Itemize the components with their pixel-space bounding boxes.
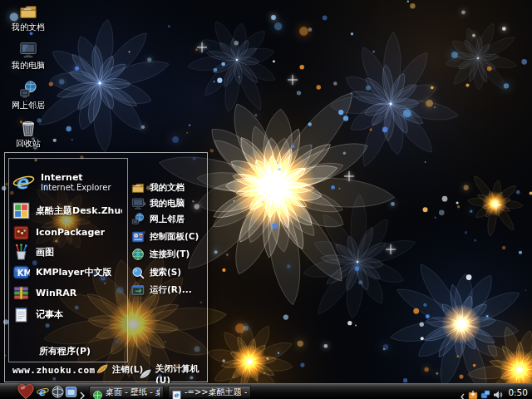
menu-item-label: WinRAR xyxy=(36,288,76,298)
desktop-icon-label: 回收站 xyxy=(16,139,41,148)
log-off-button[interactable]: 注销(L) xyxy=(96,363,143,376)
network-status-tray-icon[interactable] xyxy=(480,387,490,397)
desktop-icon-my-documents[interactable]: 我的文档 xyxy=(2,2,55,32)
menu-item-label: 桌酷主题Desk.ZhuoKu.Com xyxy=(36,204,122,217)
taskbar-clock: 0:50 xyxy=(508,387,528,397)
quick-launch-globe-icon[interactable] xyxy=(52,386,64,398)
start-menu-footer: www.zhuoku.com 注销(L) 关闭计算机(U) xyxy=(5,361,207,382)
desktop-icon-network-places[interactable]: 网上邻居 xyxy=(2,81,55,110)
menu-item-network-places[interactable]: 网上邻居 xyxy=(131,212,206,227)
menu-item-my-documents[interactable]: 我的文档 xyxy=(131,180,206,195)
menu-item-label: 运行(R)... xyxy=(150,284,192,296)
task-button-zhuoku-theme-window[interactable]: e -=>>桌酷主题 - Mi... xyxy=(168,386,251,398)
shut-down-leaf-icon xyxy=(140,368,152,381)
desktop-icon-label: 网上邻居 xyxy=(12,101,45,110)
search-icon xyxy=(131,266,145,279)
recycle-bin-icon xyxy=(19,119,37,137)
log-off-label: 注销(L) xyxy=(112,364,143,376)
my-documents-icon xyxy=(131,181,145,195)
desktop-icon-my-computer[interactable]: 我的电脑 xyxy=(2,41,55,70)
menu-item-label: 画图 xyxy=(36,246,54,259)
menu-item-label: IconPackager xyxy=(36,227,105,238)
run-icon xyxy=(131,283,145,297)
paint-icon xyxy=(12,244,30,261)
menu-item-label: 我的电脑 xyxy=(150,198,185,209)
kmplayer-icon: KM xyxy=(12,264,30,281)
quick-launch-expand-chevron[interactable] xyxy=(79,387,86,396)
menu-item-label: 搜索(S) xyxy=(150,267,181,278)
log-off-leaf-icon xyxy=(96,363,109,376)
menu-item-label: 我的文档 xyxy=(150,182,185,194)
menu-item-paint[interactable]: 画图 xyxy=(12,242,122,262)
start-menu-places-panel: 我的文档 我的电脑 网上邻居 控制面板(C) xyxy=(128,153,206,361)
start-menu: e Internet Internet Explorer 桌酷主题Desk.Zh… xyxy=(4,152,208,382)
menu-item-kmplayer[interactable]: KM KMPlayer中文版 xyxy=(12,262,122,282)
desktop-icon-label: 我的文档 xyxy=(12,22,45,32)
svg-text:e: e xyxy=(38,386,47,398)
menu-item-winrar[interactable]: WinRAR xyxy=(12,283,122,303)
menu-item-title: Internet xyxy=(41,172,111,183)
green-globe-icon xyxy=(93,387,102,397)
menu-item-zhuoku-theme[interactable]: 桌酷主题Desk.ZhuoKu.Com xyxy=(12,200,122,220)
control-panel-icon xyxy=(131,230,145,244)
heart-start-icon xyxy=(14,382,37,399)
svg-text:e: e xyxy=(15,171,29,193)
shut-down-label: 关闭计算机(U) xyxy=(155,363,207,385)
connect-to-icon xyxy=(131,248,145,261)
my-computer-icon xyxy=(19,41,37,59)
winrar-icon xyxy=(12,284,30,302)
taskbar: e 桌面 - 壁纸 - 桌酷... e -=>>桌酷主题 - Mi... xyxy=(0,383,532,399)
my-documents-icon xyxy=(19,2,37,21)
menu-item-search[interactable]: 搜索(S) xyxy=(131,265,206,280)
menu-item-my-computer[interactable]: 我的电脑 xyxy=(131,196,206,211)
menu-item-label: 连接到(T) xyxy=(150,249,190,260)
zhuoku-watermark: www.zhuoku.com xyxy=(12,365,96,376)
my-computer-icon xyxy=(131,197,145,210)
menu-item-notepad[interactable]: 记事本 xyxy=(12,304,122,324)
menu-item-connect-to[interactable]: 连接到(T) xyxy=(131,247,206,262)
task-button-label: 桌面 - 壁纸 - 桌酷... xyxy=(106,387,160,398)
menu-item-label: 网上邻居 xyxy=(150,214,185,225)
start-button[interactable] xyxy=(14,382,37,399)
system-tray: 0:50 xyxy=(456,384,532,399)
hide-icons-chevron[interactable] xyxy=(460,388,466,396)
desktop-icon-label: 我的电脑 xyxy=(12,61,45,70)
menu-item-label: 记事本 xyxy=(36,308,63,321)
iconpackager-icon xyxy=(12,224,30,241)
menu-item-subtitle: Internet Explorer xyxy=(41,183,111,192)
shut-down-button[interactable]: 关闭计算机(U) xyxy=(140,363,207,385)
start-menu-programs-panel: e Internet Internet Explorer 桌酷主题Desk.Zh… xyxy=(8,158,128,362)
ie-page-icon: e xyxy=(172,387,181,397)
menu-item-iconpackager[interactable]: IconPackager xyxy=(12,222,122,242)
desktop: 我的文档 我的电脑 网上邻居 回收站 e xyxy=(0,0,532,399)
notepad-icon xyxy=(12,306,30,323)
quick-launch-window-icon[interactable] xyxy=(65,386,77,398)
desktop-icon-recycle-bin[interactable]: 回收站 xyxy=(2,119,55,148)
all-programs-label: 所有程序(P) xyxy=(39,345,91,357)
network-places-icon xyxy=(19,81,37,99)
all-programs-button[interactable]: 所有程序(P) xyxy=(9,343,127,358)
zhuoku-theme-icon xyxy=(12,202,30,219)
menu-item-label: 控制面板(C) xyxy=(150,231,199,243)
menu-item-internet-explorer[interactable]: e Internet Internet Explorer xyxy=(12,169,122,195)
quick-launch-internet-explorer[interactable]: e xyxy=(37,386,49,398)
internet-explorer-icon: e xyxy=(12,171,35,194)
task-button-zhuoku-wallpaper-page[interactable]: 桌面 - 壁纸 - 桌酷... xyxy=(89,386,164,398)
menu-item-run[interactable]: 运行(R)... xyxy=(131,283,206,298)
network-places-icon xyxy=(131,213,145,226)
task-button-label: -=>>桌酷主题 - Mi... xyxy=(185,387,247,398)
menu-item-label: KMPlayer中文版 xyxy=(36,266,111,278)
menu-item-control-panel[interactable]: 控制面板(C) xyxy=(131,229,206,244)
svg-text:KM: KM xyxy=(17,268,30,278)
volume-tray-icon[interactable] xyxy=(493,387,503,397)
download-tray-icon[interactable] xyxy=(468,387,478,397)
